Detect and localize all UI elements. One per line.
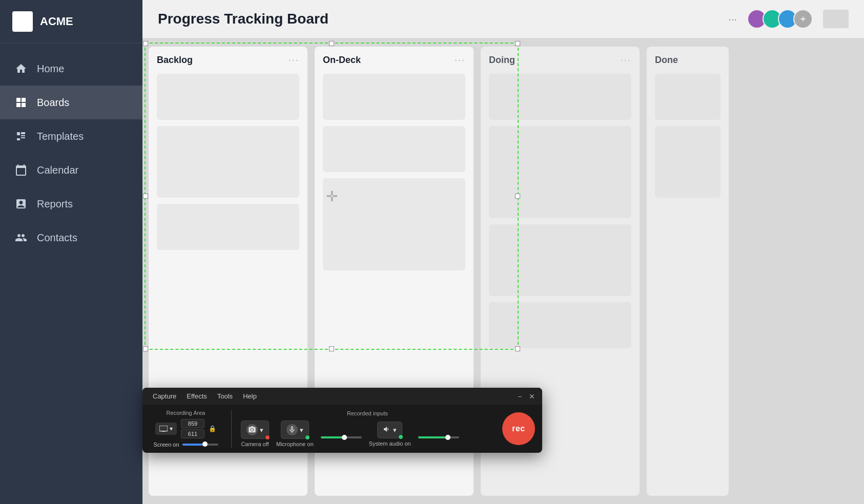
mic-slider[interactable]	[321, 436, 362, 438]
sidebar-item-home[interactable]: Home	[0, 52, 142, 86]
sidebar-label-calendar: Calendar	[37, 164, 78, 176]
avatar-add[interactable]	[793, 9, 813, 29]
capture-menu-capture[interactable]: Capture	[149, 391, 180, 402]
sidebar-logo[interactable]: ACME	[0, 0, 142, 44]
column-header-done: Done	[655, 55, 721, 66]
camera-label: Camera off	[241, 441, 269, 447]
lock-icon[interactable]: 🔒	[209, 425, 216, 432]
card-done-2[interactable]	[655, 126, 721, 198]
header: Progress Tracking Board ···	[142, 0, 864, 38]
microphone-button[interactable]: ▾	[281, 421, 309, 439]
screen-on-label: Screen on	[153, 442, 179, 448]
search-box[interactable]	[823, 10, 849, 28]
sidebar-label-reports: Reports	[37, 198, 73, 210]
capture-menu-help[interactable]: Help	[239, 391, 261, 402]
column-title-backlog: Backlog	[157, 55, 193, 66]
card-ondeck-3[interactable]	[323, 178, 465, 270]
column-header-doing: Doing ···	[489, 55, 631, 66]
sys-audio-section	[418, 429, 459, 438]
microphone-label: Microphone on	[276, 441, 314, 447]
capture-toolbar: Capture Effects Tools Help − ✕ Recording…	[142, 388, 542, 453]
on-deck-menu-button[interactable]: ···	[455, 55, 465, 66]
minimize-button[interactable]: −	[516, 392, 524, 401]
column-title-on-deck: On-Deck	[323, 55, 361, 66]
reports-icon	[14, 197, 28, 211]
card-ondeck-1[interactable]	[323, 74, 465, 120]
screen-select-button[interactable]: ▾	[155, 423, 177, 435]
capture-body: Recording Area ▾ 🔒 Screen on	[142, 405, 542, 453]
sidebar-item-contacts[interactable]: Contacts	[0, 221, 142, 255]
card-doing-4[interactable]	[489, 302, 631, 348]
column-title-done: Done	[655, 55, 678, 66]
sidebar-nav: Home Boards Templates Calendar	[0, 44, 142, 504]
height-input[interactable]	[181, 429, 204, 438]
camera-button[interactable]: ▾	[241, 421, 269, 439]
backlog-menu-button[interactable]: ···	[289, 55, 299, 66]
column-header-on-deck: On-Deck ···	[323, 55, 465, 66]
system-audio-status-dot	[398, 434, 403, 439]
rec-area-bottom: Screen on	[153, 442, 218, 448]
sidebar-label-templates: Templates	[37, 131, 84, 142]
system-audio-label: System audio on	[369, 440, 411, 447]
width-input[interactable]	[181, 419, 204, 428]
board-more-button[interactable]: ···	[728, 13, 737, 25]
card-backlog-1[interactable]	[157, 74, 299, 120]
svg-rect-0	[159, 426, 168, 431]
capture-menubar: Capture Effects Tools Help − ✕	[142, 388, 542, 405]
calendar-icon	[14, 163, 28, 177]
capture-menu-effects[interactable]: Effects	[182, 391, 211, 402]
card-ondeck-2[interactable]	[323, 126, 465, 172]
card-doing-3[interactable]	[489, 224, 631, 296]
microphone-icon	[286, 424, 298, 435]
dimension-inputs	[181, 419, 204, 438]
rec-area-controls: ▾ 🔒	[155, 419, 216, 438]
recording-area-section: Recording Area ▾ 🔒 Screen on	[150, 410, 232, 448]
capture-menu-tools[interactable]: Tools	[213, 391, 237, 402]
card-doing-2[interactable]	[489, 126, 631, 218]
sidebar-label-contacts: Contacts	[37, 232, 77, 244]
system-audio-control: ▾ System audio on	[369, 422, 411, 447]
sidebar: ACME Home Boards Templates	[0, 0, 142, 504]
microphone-status-dot	[305, 435, 310, 440]
column-title-doing: Doing	[489, 55, 515, 66]
mic-audio-section	[321, 429, 362, 438]
speaker-icon	[383, 425, 391, 435]
page-title: Progress Tracking Board	[158, 11, 714, 27]
camera-status-dot	[265, 435, 270, 440]
window-controls: − ✕	[516, 392, 536, 401]
card-backlog-2[interactable]	[157, 126, 299, 198]
column-done: Done	[647, 47, 729, 496]
recorded-inputs-section: Recorded inputs ▾ Camera off	[232, 410, 494, 447]
boards-icon	[14, 96, 28, 109]
card-doing-1[interactable]	[489, 74, 631, 120]
card-done-1[interactable]	[655, 74, 721, 120]
avatar-group	[747, 9, 813, 29]
close-button[interactable]: ✕	[528, 392, 536, 401]
sidebar-item-templates[interactable]: Templates	[0, 119, 142, 153]
logo-box	[12, 11, 33, 32]
recording-area-label: Recording Area	[167, 410, 205, 416]
screen-slider[interactable]	[182, 444, 218, 446]
svg-point-1	[251, 429, 254, 431]
camera-control: ▾ Camera off	[241, 421, 269, 447]
sidebar-item-reports[interactable]: Reports	[0, 187, 142, 221]
rec-inputs-controls: ▾ Camera off ▾ Microphone on	[241, 421, 494, 447]
recorded-inputs-label: Recorded inputs	[241, 410, 494, 416]
sidebar-item-boards[interactable]: Boards	[0, 86, 142, 119]
sidebar-label-boards: Boards	[37, 97, 69, 109]
templates-icon	[14, 130, 28, 143]
camera-icon	[246, 424, 258, 435]
card-backlog-3[interactable]	[157, 204, 299, 250]
sidebar-item-calendar[interactable]: Calendar	[0, 153, 142, 187]
doing-menu-button[interactable]: ···	[621, 55, 631, 66]
record-button[interactable]: rec	[502, 412, 535, 445]
system-audio-button[interactable]: ▾	[377, 422, 402, 438]
column-header-backlog: Backlog ···	[157, 55, 299, 66]
contacts-icon	[14, 231, 28, 244]
home-icon	[14, 62, 28, 75]
app-name: ACME	[40, 15, 73, 28]
sidebar-label-home: Home	[37, 63, 64, 75]
microphone-control: ▾ Microphone on	[276, 421, 314, 447]
sys-audio-slider[interactable]	[418, 436, 459, 438]
